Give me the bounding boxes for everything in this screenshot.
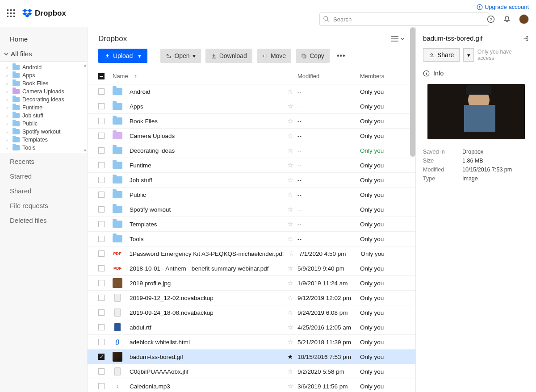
row-checkbox[interactable] (98, 324, 105, 330)
file-members[interactable]: Only you (360, 88, 405, 95)
file-name[interactable]: abdul.rtf (126, 324, 282, 331)
star-icon[interactable]: ☆ (286, 323, 294, 331)
breadcrumb[interactable]: Dropbox (98, 34, 127, 43)
file-members[interactable]: Only you (360, 295, 405, 301)
file-members[interactable]: Only you (360, 250, 405, 257)
star-icon[interactable]: ★ (286, 353, 294, 361)
nav-home[interactable]: Home (0, 32, 87, 46)
upgrade-account-link[interactable]: Upgrade account (477, 4, 529, 10)
table-row[interactable]: Book Files ☆ -- Only you (88, 114, 415, 129)
table-row[interactable]: 2019 profile.jpg ☆ 1/9/2019 11:24 am Onl… (88, 276, 415, 291)
user-avatar[interactable] (519, 14, 529, 24)
file-members[interactable]: Only you (360, 162, 405, 169)
row-checkbox[interactable] (98, 280, 105, 286)
row-checkbox[interactable] (98, 309, 105, 316)
file-name[interactable]: Decorating ideas (126, 147, 282, 154)
sidebar-folder-item[interactable]: › Decorating ideas (0, 96, 87, 104)
file-members[interactable]: Only you (360, 192, 405, 198)
file-name[interactable]: C0qbilPUAAAAobx.jfif (126, 368, 282, 375)
file-name[interactable]: Tools (126, 236, 282, 242)
star-icon[interactable]: ☆ (286, 294, 294, 302)
sidebar-folder-item[interactable]: › Tools (0, 144, 87, 152)
table-row[interactable]: 2019-09-24_18-08.novabackup ☆ 9/24/2019 … (88, 305, 415, 320)
star-icon[interactable]: ☆ (286, 102, 294, 110)
view-mode-toggle[interactable] (391, 36, 405, 42)
star-icon[interactable]: ☆ (286, 235, 294, 243)
row-checkbox[interactable] (98, 192, 105, 198)
file-name[interactable]: 2019-09-12_12-02.novabackup (126, 295, 282, 301)
file-name[interactable]: Funtime (126, 162, 282, 169)
file-members[interactable]: Only you (360, 221, 405, 228)
file-name[interactable]: adeblock whitelist.html (126, 339, 282, 346)
star-icon[interactable]: ☆ (286, 88, 294, 96)
sidebar-folder-item[interactable]: › Apps (0, 71, 87, 79)
file-name[interactable]: Job stuff (126, 177, 282, 183)
share-button[interactable]: Share (423, 48, 460, 62)
star-icon[interactable]: ☆ (288, 250, 296, 258)
row-checkbox[interactable] (98, 221, 105, 227)
app-launcher-icon[interactable] (7, 9, 15, 17)
table-row[interactable]: Funtime ☆ -- Only you (88, 158, 415, 173)
file-members[interactable]: Only you (360, 133, 405, 139)
file-name[interactable]: Android (126, 88, 282, 95)
file-name[interactable]: Camera Uploads (126, 133, 282, 139)
select-all-checkbox[interactable] (98, 73, 105, 79)
file-name[interactable]: badum-tss-bored.gif (126, 354, 282, 360)
sidebar-folder-item[interactable]: › Job stuff (0, 112, 87, 120)
file-members[interactable]: Only you (360, 103, 405, 110)
star-icon[interactable]: ☆ (286, 132, 294, 140)
table-row[interactable]: PDF 1Password Emergency Kit A3-PEQKQS-mi… (88, 246, 415, 261)
open-button[interactable]: Open ▾ (160, 49, 201, 63)
move-button[interactable]: Move (257, 49, 291, 63)
nav-starred[interactable]: Starred (0, 169, 87, 183)
star-icon[interactable]: ☆ (286, 146, 294, 154)
sidebar-folder-item[interactable]: › Spotify workout (0, 128, 87, 136)
upload-button[interactable]: Upload ▾ (98, 49, 147, 63)
star-icon[interactable]: ☆ (286, 367, 294, 375)
file-preview-thumbnail[interactable] (427, 84, 525, 139)
row-checkbox[interactable] (98, 147, 105, 154)
table-row[interactable]: C0qbilPUAAAAobx.jfif ☆ 9/2/2020 5:58 pm … (88, 364, 415, 379)
copy-button[interactable]: Copy (296, 49, 330, 63)
row-checkbox[interactable] (98, 354, 105, 360)
table-row[interactable]: Templates ☆ -- Only you (88, 217, 415, 232)
table-row[interactable]: badum-tss-bored.gif ★ 10/15/2016 7:53 pm… (88, 350, 415, 364)
row-checkbox[interactable] (98, 103, 105, 109)
file-members[interactable]: Only you (360, 118, 405, 125)
table-row[interactable]: Camera Uploads ☆ -- Only you (88, 129, 415, 143)
row-checkbox[interactable] (98, 265, 105, 271)
file-members[interactable]: Only you (360, 236, 405, 242)
brand-logo[interactable]: Dropbox (22, 9, 66, 18)
search-input[interactable] (319, 13, 489, 26)
file-name[interactable]: 2019-09-24_18-08.novabackup (126, 309, 282, 316)
notifications-icon[interactable] (503, 15, 511, 23)
table-row[interactable]: Android ☆ -- Only you (88, 84, 415, 99)
sidebar-folder-item[interactable]: › Public (0, 120, 87, 128)
file-name[interactable]: Book Files (126, 118, 282, 125)
star-icon[interactable]: ☆ (286, 191, 294, 199)
star-icon[interactable]: ☆ (286, 382, 294, 390)
star-icon[interactable]: ☆ (286, 205, 294, 213)
scrollbar[interactable] (410, 27, 415, 157)
row-checkbox[interactable] (98, 206, 105, 213)
file-name[interactable]: Caledonia.mp3 (126, 383, 282, 390)
table-row[interactable]: Spotify workout ☆ -- Only you (88, 202, 415, 217)
file-name[interactable]: Templates (126, 221, 282, 228)
file-name[interactable]: 2018-10-01 - Anthem - benefit summary we… (126, 265, 282, 272)
file-members[interactable]: Only you (360, 324, 405, 331)
table-row[interactable]: 2019-09-12_12-02.novabackup ☆ 9/12/2019 … (88, 291, 415, 305)
table-row[interactable]: abdul.rtf ☆ 4/25/2016 12:05 am Only you (88, 320, 415, 335)
table-row[interactable]: PDF 2018-10-01 - Anthem - benefit summar… (88, 261, 415, 276)
meta-saved-in[interactable]: Dropbox (462, 149, 483, 155)
row-checkbox[interactable] (98, 236, 105, 242)
more-actions-button[interactable]: ••• (334, 49, 348, 63)
row-checkbox[interactable] (98, 133, 105, 139)
table-row[interactable]: Tools ☆ -- Only you (88, 232, 415, 246)
file-members[interactable]: Only you (360, 206, 405, 213)
file-members[interactable]: Only you (360, 177, 405, 183)
row-checkbox[interactable] (98, 250, 105, 257)
column-header-name[interactable]: Name ↑ (111, 73, 297, 79)
row-checkbox[interactable] (98, 118, 105, 124)
table-row[interactable]: () adeblock whitelist.html ☆ 5/21/2018 1… (88, 335, 415, 350)
tree-scroll-down-icon[interactable]: ▾ (84, 148, 86, 153)
